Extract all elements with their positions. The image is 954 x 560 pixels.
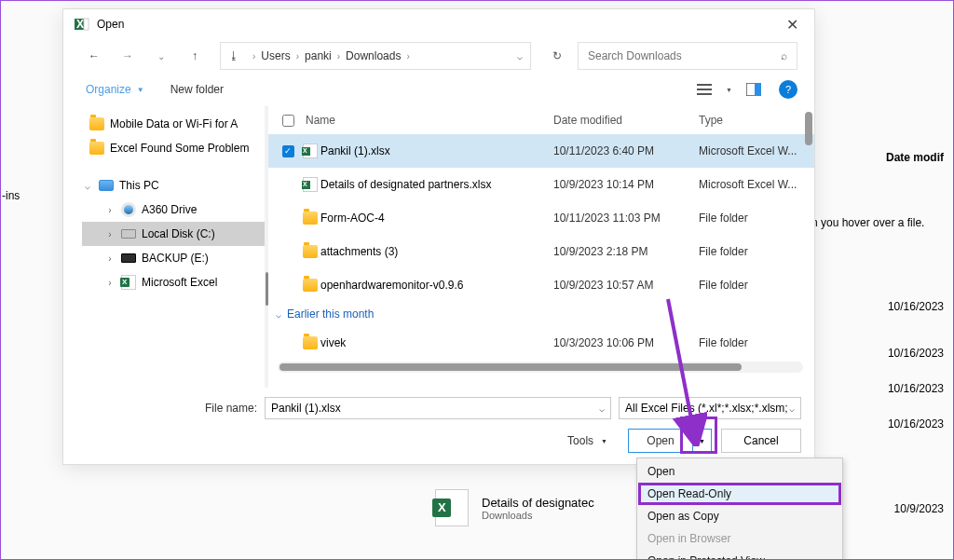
svg-rect-4 <box>697 89 712 90</box>
dialog-title: Open <box>97 18 781 31</box>
tree-item-mobile[interactable]: Mobile Data or Wi-Fi for A <box>82 112 265 136</box>
search-icon[interactable]: ⌕ <box>781 49 787 62</box>
expand-icon[interactable]: › <box>104 278 116 288</box>
chevron-down-icon[interactable]: ⌵ <box>599 403 605 414</box>
tree-ms-excel[interactable]: › Microsoft Excel <box>82 270 265 294</box>
horizontal-scrollbar[interactable] <box>278 362 803 373</box>
col-date[interactable]: Date modified <box>553 114 699 127</box>
disk-icon <box>121 253 136 263</box>
tree-local-disk-c[interactable]: › Local Disk (C:) <box>82 222 265 246</box>
group-label: Earlier this month <box>287 307 374 321</box>
view-dropdown[interactable]: ▼ <box>726 87 732 93</box>
menu-open-as-copy[interactable]: Open as Copy <box>638 505 841 527</box>
file-row[interactable]: ✓Pankil (1).xlsx10/11/2023 6:40 PMMicros… <box>268 134 814 168</box>
chevron-down-icon: ⌵ <box>276 309 281 320</box>
tree-this-pc[interactable]: ⌵ This PC <box>82 173 265 198</box>
filename-input[interactable]: Pankil (1).xlsx ⌵ <box>265 397 611 419</box>
filetype-select[interactable]: All Excel Files (*.xl*;*.xlsx;*.xlsm; ⌵ <box>619 397 801 419</box>
file-type: File folder <box>699 212 814 225</box>
col-name[interactable]: Name <box>300 114 553 127</box>
file-row[interactable]: attachments (3)10/9/2023 2:18 PMFile fol… <box>268 235 814 268</box>
dialog-footer: File name: Pankil (1).xlsx ⌵ All Excel F… <box>63 388 814 464</box>
folder-icon <box>300 336 320 349</box>
sidebar-resize-handle[interactable] <box>265 106 268 388</box>
tree-label: Excel Found Some Problem <box>110 142 249 155</box>
forward-button[interactable]: → <box>114 43 142 69</box>
menu-open[interactable]: Open <box>638 460 841 483</box>
preview-pane-icon[interactable] <box>745 81 762 98</box>
tree-label: This PC <box>119 179 159 192</box>
svg-rect-2 <box>84 19 89 30</box>
file-date: 10/11/2023 11:03 PM <box>553 212 699 225</box>
new-folder-label: New folder <box>170 83 224 96</box>
file-row[interactable]: vivek10/3/2023 10:06 PMFile folder <box>268 326 814 360</box>
file-name: vivek <box>320 336 553 349</box>
col-type[interactable]: Type <box>699 114 814 127</box>
bg-column-date: Date modif <box>886 151 944 164</box>
open-button[interactable]: Open <box>629 430 692 452</box>
file-name: openhardwaremonitor-v0.9.6 <box>320 279 553 292</box>
svg-rect-7 <box>755 83 761 96</box>
expand-icon[interactable]: ⌵ <box>82 181 93 191</box>
view-list-icon[interactable] <box>696 81 713 98</box>
address-bar[interactable]: ⭳ › Users › panki › Downloads › ⌵ <box>220 42 531 70</box>
select-all-check[interactable] <box>276 115 300 127</box>
bg-date-2: 10/16/2023 <box>888 347 944 360</box>
tree-backup-e[interactable]: › BACKUP (E:) <box>82 246 265 270</box>
folder-icon <box>300 212 320 225</box>
search-input[interactable] <box>588 49 781 62</box>
organize-button[interactable]: Organize ▼ <box>80 79 150 100</box>
back-button[interactable]: ← <box>80 43 108 69</box>
file-type: Microsoft Excel W... <box>699 178 814 191</box>
file-date: 10/9/2023 2:18 PM <box>553 245 699 258</box>
excel-icon <box>300 143 320 158</box>
bg-recent-item[interactable]: Details of designatec Downloads <box>435 489 594 526</box>
new-folder-button[interactable]: New folder <box>165 79 229 100</box>
file-date: 10/9/2023 10:14 PM <box>553 178 699 191</box>
crumb-downloads[interactable]: Downloads <box>346 49 401 62</box>
help-button[interactable]: ? <box>779 80 797 99</box>
file-row[interactable]: openhardwaremonitor-v0.9.610/9/2023 10:5… <box>268 268 814 302</box>
svg-text:X: X <box>76 18 84 31</box>
bg-hover-text: n you hover over a file. <box>811 216 924 229</box>
tree-label: Microsoft Excel <box>142 276 217 289</box>
file-name: Form-AOC-4 <box>320 212 553 225</box>
close-button[interactable]: ✕ <box>781 16 803 34</box>
column-headers: Name Date modified Type <box>268 106 814 134</box>
toolbar: Organize ▼ New folder ▼ ? <box>63 73 814 106</box>
file-date: 10/3/2023 10:06 PM <box>553 336 699 349</box>
svg-rect-3 <box>697 84 712 86</box>
tree-label: Local Disk (C:) <box>142 227 215 240</box>
menu-open-read-only[interactable]: Open Read-Only <box>638 483 841 505</box>
tree-a360[interactable]: › A360 Drive <box>82 198 265 222</box>
tools-button[interactable]: Tools ▼ <box>567 434 607 447</box>
menu-open-protected[interactable]: Open in Protected View <box>638 550 841 560</box>
bg-date-4: 10/16/2023 <box>888 417 944 430</box>
expand-icon[interactable]: › <box>104 253 116 264</box>
file-row[interactable]: Form-AOC-410/11/2023 11:03 PMFile folder <box>268 201 814 235</box>
tree-label: BACKUP (E:) <box>142 252 209 265</box>
recent-button[interactable]: ⌄ <box>147 43 175 69</box>
cancel-button[interactable]: Cancel <box>721 429 801 453</box>
filetype-label: All Excel Files (*.xl*;*.xlsx;*.xlsm; <box>625 402 788 415</box>
crumb-panki[interactable]: panki <box>305 49 332 62</box>
expand-icon[interactable]: › <box>104 229 116 239</box>
crumb-users[interactable]: Users <box>261 49 290 62</box>
chevron-down-icon[interactable]: ⌵ <box>789 403 795 414</box>
refresh-button[interactable]: ↻ <box>542 42 572 70</box>
expand-icon[interactable]: › <box>104 205 116 215</box>
group-header[interactable]: ⌵Earlier this month <box>268 302 814 326</box>
titlebar: X Open ✕ <box>63 9 814 39</box>
search-box[interactable]: ⌕ <box>578 42 797 70</box>
address-dropdown[interactable]: ⌵ <box>517 51 523 61</box>
open-dropdown-button[interactable]: ▼ <box>692 430 711 452</box>
tree-item-excelproblem[interactable]: Excel Found Some Problem <box>82 136 265 160</box>
file-date: 10/11/2023 6:40 PM <box>553 144 699 157</box>
pc-icon <box>99 180 114 191</box>
organize-label: Organize <box>86 83 131 96</box>
vertical-scrollbar[interactable] <box>805 112 812 145</box>
row-checkbox[interactable]: ✓ <box>276 145 300 157</box>
file-row[interactable]: Details of designated partners.xlsx10/9/… <box>268 168 814 201</box>
up-button[interactable]: ↑ <box>181 43 209 69</box>
bg-date-3: 10/16/2023 <box>888 382 944 395</box>
